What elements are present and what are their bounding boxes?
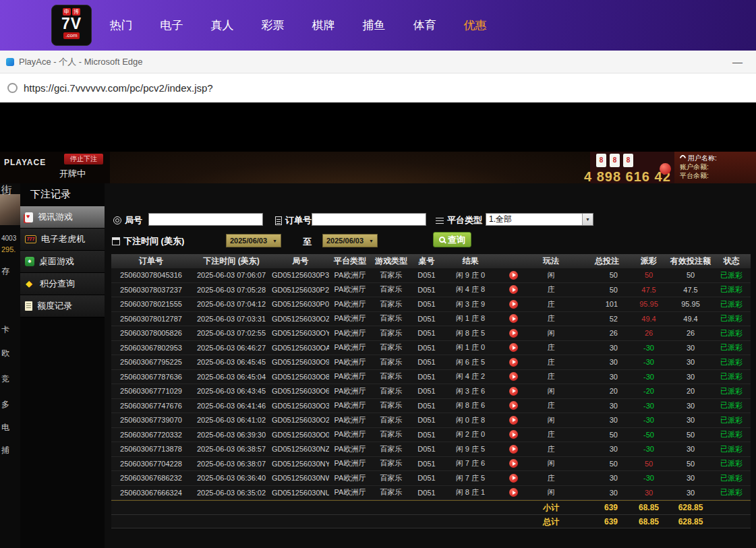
sidebar-item[interactable]: 积分查询 <box>20 273 105 295</box>
sidebar-item[interactable]: 额度记录 <box>20 295 105 317</box>
cell-play: 闲 <box>527 487 575 497</box>
table-row: 2506030780058262025-06-03 07:02:55GD0512… <box>111 326 751 341</box>
subtotal-bet: 639 <box>575 501 629 515</box>
minimize-button[interactable]: — <box>732 51 743 73</box>
cell-result: 闲 8 庄 5 <box>442 328 499 338</box>
replay-button[interactable] <box>509 459 518 468</box>
replay-button[interactable] <box>509 358 518 367</box>
cell-status: 已派彩 <box>712 487 751 497</box>
cell-valid: 30 <box>669 344 712 352</box>
cell-status: 已派彩 <box>712 357 751 367</box>
top-nav-item[interactable]: 捕鱼 <box>349 18 399 33</box>
cell-valid: 50 <box>669 431 712 439</box>
cell-payout: 50 <box>629 271 669 279</box>
sidebar-item[interactable]: 视讯游戏 <box>20 206 105 229</box>
cell-platform: PA欧洲厅 <box>329 386 371 396</box>
casino-table-image <box>110 152 590 183</box>
cell-platform: PA欧洲厅 <box>329 299 371 309</box>
date-from-select[interactable]: 2025/06/03 ▼ <box>226 234 281 247</box>
date-to-select[interactable]: 2025/06/03 ▼ <box>322 234 378 247</box>
cell-platform: PA欧洲厅 <box>329 429 371 439</box>
cell-round: GD051256030OY <box>272 329 329 337</box>
table-row: 2506030780372372025-06-03 07:05:28GD0512… <box>111 283 751 298</box>
strip-text: 多 <box>1 399 9 410</box>
replay-button[interactable] <box>509 271 518 280</box>
replay-button[interactable] <box>509 300 518 309</box>
cell-time: 2025-06-03 06:38:57 <box>191 445 272 453</box>
replay-button[interactable] <box>509 285 518 294</box>
replay-button[interactable] <box>509 401 518 410</box>
cell-payout: -30 <box>629 416 669 424</box>
calendar-icon <box>112 237 120 245</box>
browser-urlbar[interactable]: https://gci.7vvvvvv.com/pc/pcv2/index.js… <box>0 73 756 102</box>
cell-bet: 101 <box>575 300 629 308</box>
order-input[interactable] <box>312 213 426 226</box>
sidebar-item-label: 额度记录 <box>37 300 72 312</box>
platform-label: 平台类型 <box>447 214 482 226</box>
video-cards-icon <box>25 212 33 222</box>
cell-replay <box>499 459 527 468</box>
sidebar-item[interactable]: 桌面游戏 <box>20 251 105 273</box>
sidebar-item[interactable]: 电子老虎机 <box>20 229 105 251</box>
left-strip: 4003295.存卡欧竞多电捕街 <box>0 183 20 548</box>
cell-round: GD051256030OA <box>272 344 329 352</box>
replay-button[interactable] <box>509 314 518 323</box>
cell-play: 庄 <box>527 444 575 454</box>
cell-payout: -20 <box>629 387 669 395</box>
cell-replay <box>499 430 527 439</box>
replay-button[interactable] <box>509 445 518 454</box>
replay-button[interactable] <box>509 343 518 352</box>
replay-button[interactable] <box>509 488 518 497</box>
cell-platform: PA欧洲厅 <box>329 473 371 483</box>
cell-round: GD051256030O3 <box>272 402 329 410</box>
cell-game: 百家乐 <box>371 429 411 439</box>
cell-round: GD051256030O2 <box>272 416 329 424</box>
replay-button[interactable] <box>509 474 518 483</box>
replay-button[interactable] <box>509 416 518 425</box>
replay-button[interactable] <box>509 430 518 439</box>
cell-game: 百家乐 <box>371 299 411 309</box>
cell-round: GD051256030NZ <box>272 445 329 453</box>
platform-select[interactable]: 1.全部 ▼ <box>486 213 593 226</box>
total-label: 总计 <box>527 515 575 529</box>
cell-valid: 50 <box>669 271 712 279</box>
cell-order: 250603067747676 <box>111 402 191 410</box>
top-nav-item[interactable]: 真人 <box>197 18 248 33</box>
cell-status: 已派彩 <box>712 371 751 382</box>
top-nav-item[interactable]: 体育 <box>399 18 450 33</box>
replay-button[interactable] <box>509 372 518 381</box>
cell-play: 庄 <box>527 299 575 309</box>
cell-status: 已派彩 <box>712 299 751 309</box>
replay-button[interactable] <box>509 329 518 338</box>
cell-valid: 30 <box>669 402 712 410</box>
table-row: 2506030677710292025-06-03 06:43:45GD0512… <box>111 384 751 399</box>
strip-text: 欧 <box>1 348 9 359</box>
top-nav-item[interactable]: 热门 <box>96 18 146 33</box>
account-label: 账户余额: <box>680 162 709 172</box>
stop-bet-button[interactable]: 停止下注 <box>64 154 103 164</box>
table-header: 订单号下注时间 (美东)局号平台类型游戏类型桌号结果玩法总投注派彩有效投注额状态 <box>111 254 751 268</box>
cell-replay <box>499 401 527 410</box>
top-nav-item[interactable]: 彩票 <box>248 18 298 33</box>
top-nav-item[interactable]: 电子 <box>146 18 197 33</box>
cell-play: 庄 <box>527 473 575 483</box>
cell-order: 250603078037237 <box>111 286 191 294</box>
cell-table: D051 <box>411 402 442 410</box>
cell-table: D051 <box>411 431 442 439</box>
search-button[interactable]: 查询 <box>433 232 471 247</box>
cell-result: 闲 4 庄 2 <box>442 371 499 382</box>
bet-records-table: 订单号下注时间 (美东)局号平台类型游戏类型桌号结果玩法总投注派彩有效投注额状态… <box>111 254 751 528</box>
cell-bet: 52 <box>575 315 629 323</box>
table-row: 2506030780127872025-06-03 07:03:31GD0512… <box>111 312 751 327</box>
round-input[interactable] <box>148 213 263 226</box>
top-nav-item[interactable]: 棋牌 <box>298 18 349 33</box>
site-logo[interactable]: 申 博 7V .com <box>51 5 92 46</box>
platform-icon <box>436 217 444 224</box>
cell-result: 闲 0 庄 8 <box>442 415 499 425</box>
cell-round: GD051256030NY <box>272 460 329 468</box>
top-nav-item[interactable]: 优惠 <box>450 18 500 33</box>
cell-status: 已派彩 <box>712 473 751 483</box>
cell-bet: 30 <box>575 489 629 497</box>
replay-button[interactable] <box>509 387 518 396</box>
cell-play: 庄 <box>527 371 575 382</box>
